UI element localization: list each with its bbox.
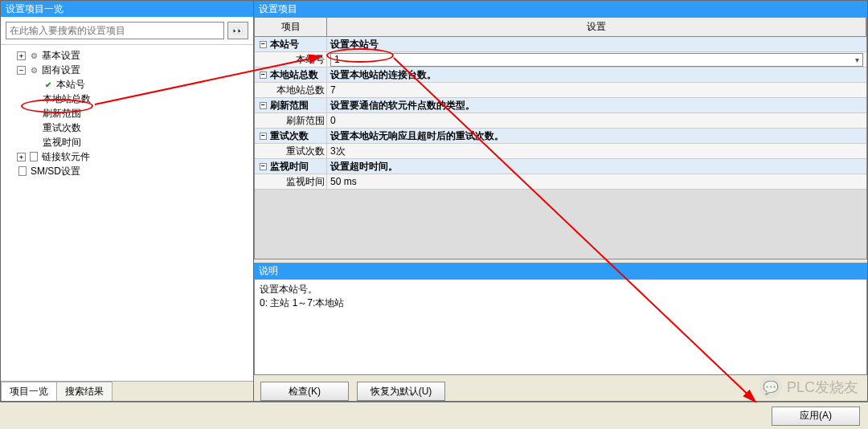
section-desc: 设置本地站的连接台数。 [327,67,866,82]
section-monitor[interactable]: −监视时间 设置超时时间。 [255,159,866,174]
section-desc: 设置本站号 [327,37,866,51]
tree-label: 监视时间 [43,136,81,149]
tree-label: SM/SD设置 [31,165,80,178]
own-station-input[interactable]: 1▾ [330,53,863,67]
wechat-icon: 💬 [760,376,782,398]
watermark-text: PLC发烧友 [787,378,858,397]
column-header-setting: 设置 [327,18,866,36]
row-label: 重试次数 [255,144,327,158]
collapse-icon[interactable]: − [260,163,267,170]
section-retry[interactable]: −重试次数 设置本地站无响应且超时后的重试次数。 [255,129,866,144]
watermark: 💬 PLC发烧友 [760,376,858,398]
section-own-station[interactable]: −本站号 设置本站号 [255,37,866,52]
tree-link-soft[interactable]: + 链接软元件 [2,149,252,164]
row-monitor-value[interactable]: 监视时间 50 ms [255,174,866,190]
cell-value: 1 [334,54,340,65]
search-button[interactable]: 👀 [227,22,248,39]
row-label: 刷新范围 [255,113,327,128]
tree-label: 刷新范围 [43,107,81,121]
tree-label: 固有设置 [42,63,80,77]
cell-value: 0 [327,113,866,128]
expander-icon[interactable]: + [17,153,26,161]
left-panel-title: 设置项目一览 [1,1,253,17]
description-body: 设置本站号。 0: 主站 1～7:本地站 [254,279,867,375]
right-panel-title: 设置项目 [254,1,867,17]
expander-icon[interactable]: + [17,51,26,60]
section-refresh-range[interactable]: −刷新范围 设置要通信的软元件点数的类型。 [255,98,866,113]
collapse-icon[interactable]: − [260,133,267,140]
tree-label: 本地站总数 [43,92,91,106]
description-title: 说明 [254,263,867,279]
cell-value: 7 [327,83,866,97]
collapse-icon[interactable]: − [260,102,267,109]
cell-value: 50 ms [327,174,866,189]
section-desc: 设置本地站无响应且超时后的重试次数。 [327,129,866,143]
page-icon [28,151,39,162]
search-input[interactable] [6,22,224,39]
tree-label: 重试次数 [43,121,81,135]
collapse-icon[interactable]: − [260,41,267,48]
binoculars-icon: 👀 [232,26,244,36]
row-retry-value[interactable]: 重试次数 3次 [255,144,866,159]
row-label: 监视时间 [255,174,327,189]
row-local-total-value[interactable]: 本地站总数 7 [255,83,866,98]
section-label: 本地站总数 [270,68,318,82]
tree-intrinsic-settings[interactable]: − ⚙ 固有设置 [2,63,252,77]
gear-icon: ⚙ [28,50,39,61]
settings-grid: 项目 设置 −本站号 设置本站号 本站号 1▾ −本地站总数 设置本地站的连接台… [254,17,867,259]
apply-button[interactable]: 应用(A) [772,407,860,426]
tab-search-results[interactable]: 搜索结果 [56,382,113,401]
row-label: 本站号 [255,52,327,67]
tree-label: 本站号 [56,78,85,92]
collapse-icon[interactable]: − [260,72,267,79]
tree-basic-settings[interactable]: + ⚙ 基本设置 [2,48,252,63]
check-button[interactable]: 检查(K) [260,382,349,401]
section-label: 重试次数 [270,129,309,143]
row-refresh-value[interactable]: 刷新范围 0 [255,113,866,129]
tree-retry-count[interactable]: 重试次数 [2,121,252,135]
page-icon [17,165,28,177]
tree-label: 链接软元件 [42,150,90,164]
section-label: 监视时间 [270,160,309,174]
tree-monitor-time[interactable]: 监视时间 [2,135,252,149]
check-icon: ✔ [43,79,54,90]
column-header-item: 项目 [255,18,327,36]
row-label: 本地站总数 [255,83,327,97]
gear-icon: ⚙ [28,64,39,76]
section-label: 刷新范围 [270,99,309,112]
settings-tree[interactable]: + ⚙ 基本设置 − ⚙ 固有设置 ✔ 本站号 本地站总数 刷新范围 重试次数 [1,45,253,381]
chevron-down-icon[interactable]: ▾ [855,55,859,64]
row-own-station-value[interactable]: 本站号 1▾ [255,52,866,67]
section-desc: 设置超时时间。 [327,159,866,174]
tab-item-list[interactable]: 项目一览 [1,382,57,401]
cell-value: 3次 [327,144,866,158]
tree-label: 基本设置 [42,49,80,63]
tree-smsd[interactable]: SM/SD设置 [2,164,252,178]
tree-refresh-range[interactable]: 刷新范围 [2,106,252,121]
restore-default-button[interactable]: 恢复为默认(U) [357,382,445,401]
expander-icon[interactable]: − [17,66,26,75]
section-desc: 设置要通信的软元件点数的类型。 [327,98,866,112]
tree-local-total[interactable]: 本地站总数 [2,92,252,106]
tree-own-station[interactable]: ✔ 本站号 [2,77,252,92]
section-local-total[interactable]: −本地站总数 设置本地站的连接台数。 [255,67,866,83]
section-label: 本站号 [270,38,299,51]
